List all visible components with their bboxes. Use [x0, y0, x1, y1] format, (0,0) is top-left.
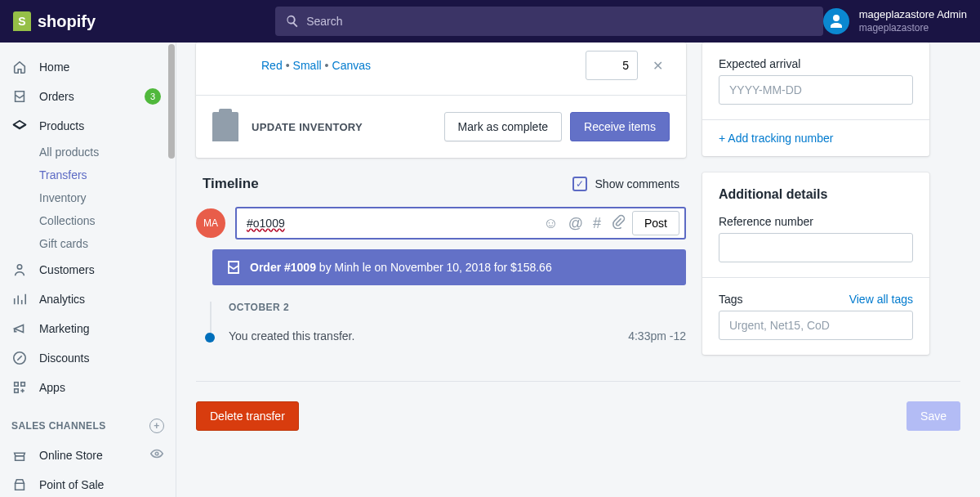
- attachment-icon[interactable]: [611, 214, 626, 233]
- sidebar-item-pos[interactable]: Point of Sale: [0, 470, 176, 497]
- sidebar-item-orders[interactable]: Orders 3: [0, 82, 176, 111]
- compose-box[interactable]: #o1009 ☺ @ # Post: [235, 207, 686, 240]
- nav-label: Discounts: [39, 351, 89, 365]
- remove-variant-icon[interactable]: ✕: [646, 55, 670, 77]
- marketing-icon: [11, 320, 28, 337]
- timeline-list: OCTOBER 2 You created this transfer. 4:3…: [196, 302, 686, 343]
- nav-label: Online Store: [39, 449, 103, 462]
- sidebar-item-home[interactable]: Home: [0, 52, 176, 82]
- shopify-bag-icon: [13, 11, 31, 31]
- home-icon: [11, 59, 28, 75]
- product-card: Red•Small•Canvas ✕ UPDATE INVENTORY: [196, 43, 686, 158]
- sales-channels-header: SALES CHANNELS +: [0, 412, 176, 440]
- sidebar-item-discounts[interactable]: Discounts: [0, 343, 176, 373]
- expected-arrival-input[interactable]: [719, 75, 913, 105]
- sidebar-sub-gift-cards[interactable]: Gift cards: [0, 232, 176, 255]
- sidebar-item-analytics[interactable]: Analytics: [0, 284, 176, 314]
- clipboard-icon: [212, 112, 238, 141]
- svg-rect-3: [21, 383, 25, 387]
- apps-icon: [11, 379, 28, 396]
- store-icon: [11, 447, 28, 463]
- delete-transfer-button[interactable]: Delete transfer: [196, 401, 299, 431]
- orders-icon: [11, 88, 28, 105]
- inventory-row: UPDATE INVENTORY Mark as complete Receiv…: [196, 95, 686, 158]
- svg-rect-2: [15, 383, 19, 387]
- orders-badge: 3: [145, 88, 161, 105]
- user-info: mageplazastore Admin mageplazastore: [859, 8, 967, 34]
- compose-input-value[interactable]: #o1009: [247, 217, 285, 230]
- order-suggestion[interactable]: Order #1009 by Minh le on November 10, 2…: [212, 249, 686, 285]
- qty-input[interactable]: [586, 51, 638, 80]
- timeline-compose: MA #o1009 ☺ @ # Post: [196, 207, 686, 249]
- sidebar-sub-transfers[interactable]: Transfers: [0, 163, 176, 186]
- pos-icon: [11, 477, 28, 493]
- timeline-entry-text: You created this transfer.: [229, 329, 628, 343]
- discounts-icon: [11, 350, 28, 366]
- avatar-icon: [823, 8, 849, 34]
- brand-logo[interactable]: shopify: [13, 11, 96, 31]
- checkbox-icon: ✓: [572, 177, 587, 191]
- timeline-header: Timeline ✓ Show comments: [196, 158, 686, 207]
- mention-icon[interactable]: @: [568, 215, 583, 232]
- user-menu[interactable]: mageplazastore Admin mageplazastore: [823, 8, 967, 34]
- variant-row: Red•Small•Canvas ✕: [196, 43, 686, 95]
- shipment-card: Expected arrival + Add tracking number: [702, 43, 929, 156]
- timeline-dot-icon: [205, 333, 215, 343]
- order-icon: [225, 259, 242, 275]
- nav-label: Marketing: [39, 322, 89, 335]
- hashtag-icon[interactable]: #: [593, 215, 601, 232]
- sidebar-item-online-store[interactable]: Online Store: [0, 440, 176, 470]
- sidebar: Home Orders 3 Products All products Tran…: [0, 43, 176, 497]
- sidebar-sub-inventory[interactable]: Inventory: [0, 186, 176, 209]
- search-bar[interactable]: [275, 7, 823, 36]
- sidebar-item-apps[interactable]: Apps: [0, 373, 176, 402]
- show-comments-label: Show comments: [595, 177, 679, 190]
- svg-rect-4: [15, 389, 19, 393]
- search-icon: [285, 14, 300, 29]
- search-input[interactable]: [306, 15, 813, 28]
- sidebar-item-customers[interactable]: Customers: [0, 255, 176, 284]
- compose-avatar: MA: [196, 208, 225, 238]
- nav-label: Home: [39, 60, 69, 74]
- variant-info: Red•Small•Canvas: [261, 59, 371, 72]
- customers-icon: [11, 262, 28, 278]
- main-content: Red•Small•Canvas ✕ UPDATE INVENTORY: [176, 43, 980, 497]
- emoji-icon[interactable]: ☺: [543, 215, 558, 232]
- timeline-entry: You created this transfer. 4:33pm -12: [229, 329, 686, 343]
- additional-details-card: Additional details Reference number Tags…: [702, 172, 929, 355]
- sidebar-item-products[interactable]: Products: [0, 111, 176, 141]
- timeline-title: Timeline: [203, 176, 259, 192]
- eye-icon[interactable]: [149, 446, 164, 463]
- brand-name: shopify: [38, 12, 96, 31]
- receive-items-button[interactable]: Receive items: [570, 112, 670, 141]
- save-button[interactable]: Save: [906, 401, 960, 431]
- svg-point-5: [155, 452, 158, 455]
- variant-opt-red[interactable]: Red: [261, 59, 283, 72]
- post-button[interactable]: Post: [632, 211, 679, 235]
- suggestion-text: Order #1009 by Minh le on November 10, 2…: [250, 261, 552, 274]
- add-tracking-link[interactable]: + Add tracking number: [719, 132, 833, 145]
- mark-complete-button[interactable]: Mark as complete: [444, 112, 562, 141]
- view-tags-link[interactable]: View all tags: [849, 293, 913, 306]
- nav-label: Point of Sale: [39, 478, 104, 491]
- sidebar-item-marketing[interactable]: Marketing: [0, 314, 176, 343]
- update-inventory-label: UPDATE INVENTORY: [252, 121, 363, 133]
- sidebar-scrollbar[interactable]: [168, 44, 175, 159]
- timeline-date: OCTOBER 2: [229, 302, 686, 313]
- variant-opt-canvas[interactable]: Canvas: [332, 59, 371, 72]
- reference-input[interactable]: [719, 233, 913, 262]
- nav-label: Orders: [39, 90, 74, 103]
- show-comments-toggle[interactable]: ✓ Show comments: [572, 177, 679, 191]
- expected-arrival-label: Expected arrival: [719, 57, 913, 70]
- variant-opt-small[interactable]: Small: [293, 59, 322, 72]
- analytics-icon: [11, 291, 28, 307]
- reference-label: Reference number: [719, 215, 913, 228]
- tags-input[interactable]: [719, 311, 913, 340]
- sidebar-sub-all-products[interactable]: All products: [0, 141, 176, 163]
- add-channel-icon[interactable]: +: [149, 419, 164, 433]
- tags-label: Tags: [719, 293, 743, 306]
- section-label: SALES CHANNELS: [11, 420, 106, 432]
- sidebar-sub-collections[interactable]: Collections: [0, 209, 176, 232]
- products-icon: [11, 118, 28, 134]
- nav-label: Analytics: [39, 293, 85, 306]
